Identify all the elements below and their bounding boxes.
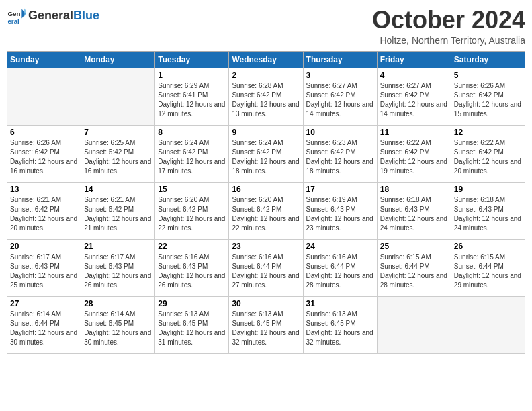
calendar-cell [7, 68, 81, 125]
calendar-cell: 8Sunrise: 6:24 AM Sunset: 6:42 PM Daylig… [155, 125, 229, 182]
day-number: 14 [84, 185, 152, 194]
calendar-table: SundayMondayTuesdayWednesdayThursdayFrid… [7, 51, 525, 354]
calendar-cell: 17Sunrise: 6:19 AM Sunset: 6:43 PM Dayli… [303, 182, 377, 239]
day-info: Sunrise: 6:20 AM Sunset: 6:42 PM Dayligh… [232, 195, 300, 233]
calendar-cell: 6Sunrise: 6:26 AM Sunset: 6:42 PM Daylig… [7, 125, 81, 182]
day-info: Sunrise: 6:13 AM Sunset: 6:45 PM Dayligh… [306, 310, 374, 347]
day-info: Sunrise: 6:14 AM Sunset: 6:44 PM Dayligh… [10, 310, 78, 347]
day-number: 3 [306, 71, 374, 80]
day-info: Sunrise: 6:22 AM Sunset: 6:42 PM Dayligh… [454, 138, 522, 176]
day-number: 26 [454, 242, 522, 251]
day-number: 19 [454, 185, 522, 194]
calendar-week-row: 6Sunrise: 6:26 AM Sunset: 6:42 PM Daylig… [7, 125, 525, 182]
calendar-cell: 28Sunrise: 6:14 AM Sunset: 6:45 PM Dayli… [81, 296, 155, 353]
day-info: Sunrise: 6:26 AM Sunset: 6:42 PM Dayligh… [10, 138, 78, 176]
calendar-cell: 16Sunrise: 6:20 AM Sunset: 6:42 PM Dayli… [229, 182, 303, 239]
calendar-cell: 2Sunrise: 6:28 AM Sunset: 6:42 PM Daylig… [229, 68, 303, 125]
calendar-cell: 9Sunrise: 6:24 AM Sunset: 6:42 PM Daylig… [229, 125, 303, 182]
day-info: Sunrise: 6:16 AM Sunset: 6:43 PM Dayligh… [158, 253, 226, 290]
month-title: October 2024 [372, 7, 525, 34]
day-number: 7 [84, 128, 152, 137]
day-number: 9 [232, 128, 300, 137]
calendar-cell: 3Sunrise: 6:27 AM Sunset: 6:42 PM Daylig… [303, 68, 377, 125]
calendar-cell: 23Sunrise: 6:16 AM Sunset: 6:44 PM Dayli… [229, 239, 303, 296]
calendar-week-row: 1Sunrise: 6:29 AM Sunset: 6:41 PM Daylig… [7, 68, 525, 125]
weekday-header: Wednesday [229, 51, 303, 68]
calendar-week-row: 13Sunrise: 6:21 AM Sunset: 6:42 PM Dayli… [7, 182, 525, 239]
day-number: 13 [10, 185, 78, 194]
svg-marker-3 [24, 7, 26, 17]
location-subtitle: Holtze, Northern Territory, Australia [372, 35, 525, 46]
day-number: 11 [380, 128, 448, 137]
day-info: Sunrise: 6:14 AM Sunset: 6:45 PM Dayligh… [84, 310, 152, 347]
calendar-cell [451, 296, 525, 353]
day-number: 10 [306, 128, 374, 137]
calendar-cell: 7Sunrise: 6:25 AM Sunset: 6:42 PM Daylig… [81, 125, 155, 182]
day-info: Sunrise: 6:24 AM Sunset: 6:42 PM Dayligh… [158, 138, 226, 176]
calendar-cell: 26Sunrise: 6:15 AM Sunset: 6:44 PM Dayli… [451, 239, 525, 296]
day-number: 21 [84, 242, 152, 251]
day-info: Sunrise: 6:29 AM Sunset: 6:41 PM Dayligh… [158, 81, 226, 119]
day-info: Sunrise: 6:26 AM Sunset: 6:42 PM Dayligh… [454, 81, 522, 119]
day-number: 27 [10, 299, 78, 308]
day-number: 23 [232, 242, 300, 251]
day-number: 28 [84, 299, 152, 308]
calendar-cell: 29Sunrise: 6:13 AM Sunset: 6:45 PM Dayli… [155, 296, 229, 353]
day-number: 30 [232, 299, 300, 308]
day-number: 2 [232, 71, 300, 80]
calendar-cell [81, 68, 155, 125]
day-number: 16 [232, 185, 300, 194]
day-info: Sunrise: 6:13 AM Sunset: 6:45 PM Dayligh… [232, 310, 300, 347]
calendar-cell: 5Sunrise: 6:26 AM Sunset: 6:42 PM Daylig… [451, 68, 525, 125]
day-number: 25 [380, 242, 448, 251]
day-info: Sunrise: 6:16 AM Sunset: 6:44 PM Dayligh… [232, 253, 300, 290]
calendar-cell: 12Sunrise: 6:22 AM Sunset: 6:42 PM Dayli… [451, 125, 525, 182]
day-number: 4 [380, 71, 448, 80]
day-number: 17 [306, 185, 374, 194]
day-number: 12 [454, 128, 522, 137]
calendar-cell: 30Sunrise: 6:13 AM Sunset: 6:45 PM Dayli… [229, 296, 303, 353]
day-info: Sunrise: 6:22 AM Sunset: 6:42 PM Dayligh… [380, 138, 448, 176]
calendar-cell: 18Sunrise: 6:18 AM Sunset: 6:43 PM Dayli… [377, 182, 451, 239]
calendar-cell: 10Sunrise: 6:23 AM Sunset: 6:42 PM Dayli… [303, 125, 377, 182]
weekday-header: Thursday [303, 51, 377, 68]
calendar-cell: 13Sunrise: 6:21 AM Sunset: 6:42 PM Dayli… [7, 182, 81, 239]
day-number: 24 [306, 242, 374, 251]
calendar-cell [377, 296, 451, 353]
day-info: Sunrise: 6:21 AM Sunset: 6:42 PM Dayligh… [84, 195, 152, 233]
day-info: Sunrise: 6:15 AM Sunset: 6:44 PM Dayligh… [380, 253, 448, 290]
calendar-cell: 25Sunrise: 6:15 AM Sunset: 6:44 PM Dayli… [377, 239, 451, 296]
day-info: Sunrise: 6:21 AM Sunset: 6:42 PM Dayligh… [10, 195, 78, 233]
day-info: Sunrise: 6:23 AM Sunset: 6:42 PM Dayligh… [306, 138, 374, 176]
weekday-header: Friday [377, 51, 451, 68]
svg-text:Gen: Gen [7, 10, 20, 17]
day-info: Sunrise: 6:18 AM Sunset: 6:43 PM Dayligh… [454, 195, 522, 233]
calendar-cell: 31Sunrise: 6:13 AM Sunset: 6:45 PM Dayli… [303, 296, 377, 353]
page-header: Gen eral GeneralBlue October 2024 Holtze… [7, 7, 525, 46]
day-info: Sunrise: 6:24 AM Sunset: 6:42 PM Dayligh… [232, 138, 300, 176]
day-number: 29 [158, 299, 226, 308]
title-block: October 2024 Holtze, Northern Territory,… [372, 7, 525, 46]
logo: Gen eral GeneralBlue [7, 7, 99, 26]
weekday-header: Saturday [451, 51, 525, 68]
weekday-header: Sunday [7, 51, 81, 68]
day-info: Sunrise: 6:17 AM Sunset: 6:43 PM Dayligh… [10, 253, 78, 290]
day-number: 18 [380, 185, 448, 194]
day-number: 20 [10, 242, 78, 251]
day-number: 1 [158, 71, 226, 80]
day-info: Sunrise: 6:16 AM Sunset: 6:44 PM Dayligh… [306, 253, 374, 290]
calendar-cell: 22Sunrise: 6:16 AM Sunset: 6:43 PM Dayli… [155, 239, 229, 296]
calendar-cell: 1Sunrise: 6:29 AM Sunset: 6:41 PM Daylig… [155, 68, 229, 125]
day-info: Sunrise: 6:18 AM Sunset: 6:43 PM Dayligh… [380, 195, 448, 233]
calendar-week-row: 27Sunrise: 6:14 AM Sunset: 6:44 PM Dayli… [7, 296, 525, 353]
day-number: 5 [454, 71, 522, 80]
calendar-cell: 4Sunrise: 6:27 AM Sunset: 6:42 PM Daylig… [377, 68, 451, 125]
day-number: 22 [158, 242, 226, 251]
day-number: 8 [158, 128, 226, 137]
day-info: Sunrise: 6:28 AM Sunset: 6:42 PM Dayligh… [232, 81, 300, 119]
day-info: Sunrise: 6:27 AM Sunset: 6:42 PM Dayligh… [380, 81, 448, 119]
calendar-cell: 11Sunrise: 6:22 AM Sunset: 6:42 PM Dayli… [377, 125, 451, 182]
day-number: 31 [306, 299, 374, 308]
weekday-header: Tuesday [155, 51, 229, 68]
day-info: Sunrise: 6:27 AM Sunset: 6:42 PM Dayligh… [306, 81, 374, 119]
